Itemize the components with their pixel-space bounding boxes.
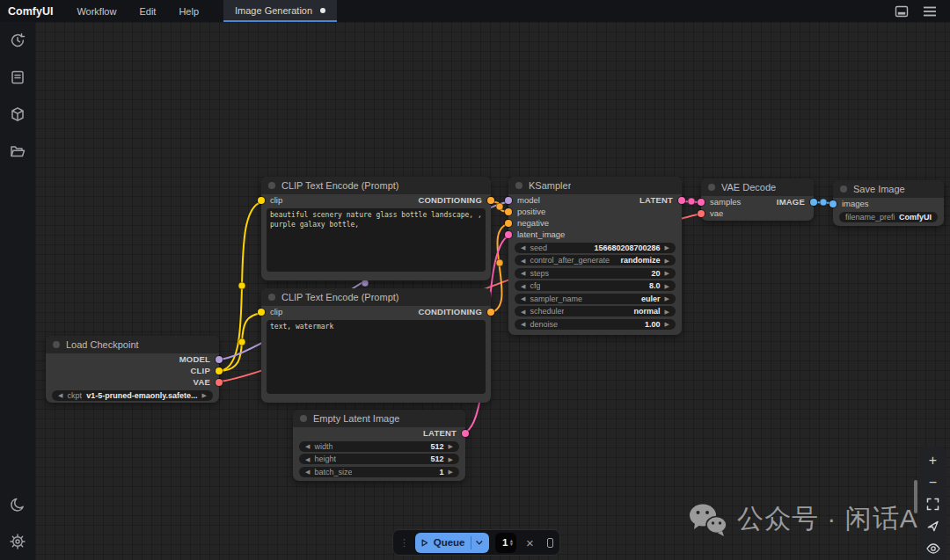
toggle-link-visibility-button[interactable] bbox=[919, 537, 946, 559]
node-header[interactable]: KSampler bbox=[508, 177, 682, 194]
collapse-dot[interactable] bbox=[515, 182, 522, 189]
port-image-out[interactable] bbox=[810, 199, 817, 206]
scrollbar-thumb[interactable] bbox=[914, 480, 917, 513]
widget-seed[interactable]: ◀ seed 156680208700286 ▶ bbox=[515, 243, 676, 253]
workflow-tab[interactable]: Image Generation bbox=[223, 0, 337, 22]
node-ksampler[interactable]: KSampler model LATENT positive negative … bbox=[508, 177, 682, 335]
spin-down-icon[interactable]: ▾ bbox=[510, 542, 513, 546]
collapse-dot[interactable] bbox=[300, 415, 307, 422]
node-library-icon[interactable] bbox=[0, 96, 35, 133]
fit-view-button[interactable] bbox=[919, 493, 946, 515]
widget-ckpt-name[interactable]: ◀ ckpt_name v1-5-pruned-emaonly.safete..… bbox=[52, 390, 213, 401]
menu-edit[interactable]: Edit bbox=[128, 0, 167, 22]
menu-workflow[interactable]: Workflow bbox=[65, 0, 128, 22]
port-vae-out[interactable] bbox=[216, 379, 223, 386]
node-vae-decode[interactable]: VAE Decode samples IMAGE vae bbox=[701, 178, 814, 221]
next-arrow-icon[interactable]: ▶ bbox=[202, 392, 207, 398]
widget-scheduler[interactable]: ◀ scheduler normal ▶ bbox=[515, 306, 676, 316]
widget-denoise[interactable]: ◀ denoise 1.00 ▶ bbox=[515, 319, 676, 330]
collapse-dot[interactable] bbox=[268, 294, 275, 301]
port-images-in[interactable] bbox=[829, 200, 837, 207]
next-arrow-icon[interactable]: ▶ bbox=[665, 258, 669, 264]
workflows-folder-icon[interactable] bbox=[0, 133, 35, 170]
next-arrow-icon[interactable]: ▶ bbox=[449, 456, 453, 462]
node-save-image[interactable]: Save Image images filename_prefix ComfyU… bbox=[833, 180, 944, 226]
queue-button[interactable]: Queue bbox=[415, 533, 489, 553]
port-clip-out[interactable] bbox=[216, 367, 223, 375]
node-header[interactable]: CLIP Text Encode (Prompt) bbox=[261, 288, 491, 306]
collapse-dot[interactable] bbox=[840, 185, 847, 193]
prompt-textarea[interactable]: beautiful scenery nature glass bottle la… bbox=[267, 208, 486, 272]
next-arrow-icon[interactable]: ▶ bbox=[665, 321, 669, 327]
clear-queue-icon[interactable]: × bbox=[522, 536, 537, 549]
collapse-dot[interactable] bbox=[708, 184, 715, 191]
widget-control-after-generate[interactable]: ◀ control_after_generate randomize ▶ bbox=[515, 255, 676, 265]
node-graph-canvas[interactable] bbox=[35, 22, 950, 560]
port-clip-in[interactable] bbox=[258, 197, 265, 204]
next-arrow-icon[interactable]: ▶ bbox=[665, 295, 669, 302]
port-latent-out[interactable] bbox=[678, 197, 685, 204]
port-samples-in[interactable] bbox=[698, 199, 705, 206]
widget-batch-size[interactable]: ◀ batch_size 1 ▶ bbox=[299, 467, 459, 477]
node-clip-text-encode-positive[interactable]: CLIP Text Encode (Prompt) clip CONDITION… bbox=[261, 177, 491, 280]
next-arrow-icon[interactable]: ▶ bbox=[449, 443, 453, 449]
prev-arrow-icon[interactable]: ◀ bbox=[305, 456, 310, 462]
widget-cfg[interactable]: ◀ cfg 8.0 ▶ bbox=[515, 280, 676, 291]
batch-count-input[interactable]: 1 ▴ ▾ bbox=[495, 533, 516, 553]
prev-arrow-icon[interactable]: ◀ bbox=[521, 283, 525, 289]
next-arrow-icon[interactable]: ▶ bbox=[665, 309, 669, 315]
next-arrow-icon[interactable]: ▶ bbox=[449, 469, 453, 475]
theme-toggle-icon[interactable] bbox=[0, 486, 35, 523]
node-header[interactable]: CLIP Text Encode (Prompt) bbox=[261, 177, 491, 194]
port-model-out[interactable] bbox=[216, 356, 223, 363]
prev-arrow-icon[interactable]: ◀ bbox=[521, 321, 525, 327]
node-clip-text-encode-negative[interactable]: CLIP Text Encode (Prompt) clip CONDITION… bbox=[261, 288, 491, 403]
port-negative-in[interactable] bbox=[505, 220, 512, 227]
widget-width[interactable]: ◀ width 512 ▶ bbox=[299, 441, 459, 452]
zoom-in-button[interactable]: + bbox=[919, 449, 946, 471]
port-latent-out[interactable] bbox=[462, 430, 469, 437]
node-header[interactable]: Load Checkpoint bbox=[46, 336, 219, 353]
prev-arrow-icon[interactable]: ◀ bbox=[521, 270, 525, 276]
queue-icon[interactable] bbox=[0, 59, 35, 96]
zoom-out-button[interactable]: − bbox=[919, 471, 946, 493]
bottom-panel-icon[interactable] bbox=[892, 2, 911, 21]
node-empty-latent-image[interactable]: Empty Latent Image LATENT ◀ width 512 ▶ … bbox=[293, 410, 465, 481]
port-conditioning-out[interactable] bbox=[487, 197, 494, 204]
port-clip-in[interactable] bbox=[258, 309, 265, 316]
chevron-down-icon[interactable] bbox=[476, 540, 483, 546]
node-header[interactable]: VAE Decode bbox=[701, 178, 814, 196]
menu-help[interactable]: Help bbox=[167, 0, 210, 22]
settings-gear-icon[interactable] bbox=[0, 523, 35, 560]
node-header[interactable]: Empty Latent Image bbox=[293, 410, 465, 427]
app-logo[interactable]: ComfyUI bbox=[0, 0, 65, 22]
prompt-textarea[interactable]: text, watermark bbox=[267, 320, 486, 394]
next-arrow-icon[interactable]: ▶ bbox=[665, 270, 669, 276]
widget-height[interactable]: ◀ height 512 ▶ bbox=[299, 454, 459, 464]
collapse-dot[interactable] bbox=[53, 341, 60, 348]
port-model-in[interactable] bbox=[505, 197, 512, 204]
widget-filename-prefix[interactable]: filename_prefix ComfyUI bbox=[839, 212, 938, 222]
widget-sampler-name[interactable]: ◀ sampler_name euler ▶ bbox=[515, 294, 676, 304]
prev-arrow-icon[interactable]: ◀ bbox=[305, 443, 310, 449]
select-mode-button[interactable] bbox=[919, 515, 946, 537]
hamburger-menu-icon[interactable] bbox=[920, 2, 939, 21]
next-arrow-icon[interactable]: ▶ bbox=[665, 283, 669, 289]
next-arrow-icon[interactable]: ▶ bbox=[665, 244, 669, 251]
port-positive-in[interactable] bbox=[505, 208, 512, 215]
node-load-checkpoint[interactable]: Load Checkpoint MODEL CLIP VAE ◀ ckpt_na… bbox=[46, 336, 219, 403]
prev-arrow-icon[interactable]: ◀ bbox=[58, 392, 62, 398]
history-icon[interactable] bbox=[0, 22, 35, 59]
prev-arrow-icon[interactable]: ◀ bbox=[521, 309, 525, 315]
drag-handle-icon[interactable]: ⋮ bbox=[399, 538, 409, 548]
port-conditioning-out[interactable] bbox=[487, 309, 494, 316]
collapse-dot[interactable] bbox=[268, 182, 275, 189]
prev-arrow-icon[interactable]: ◀ bbox=[521, 258, 525, 264]
prev-arrow-icon[interactable]: ◀ bbox=[521, 295, 525, 302]
prev-arrow-icon[interactable]: ◀ bbox=[521, 244, 525, 251]
prev-arrow-icon[interactable]: ◀ bbox=[305, 469, 310, 475]
stop-icon[interactable] bbox=[547, 538, 553, 548]
port-vae-in[interactable] bbox=[698, 210, 705, 217]
port-latent-in[interactable] bbox=[505, 231, 512, 238]
node-header[interactable]: Save Image bbox=[833, 180, 944, 198]
